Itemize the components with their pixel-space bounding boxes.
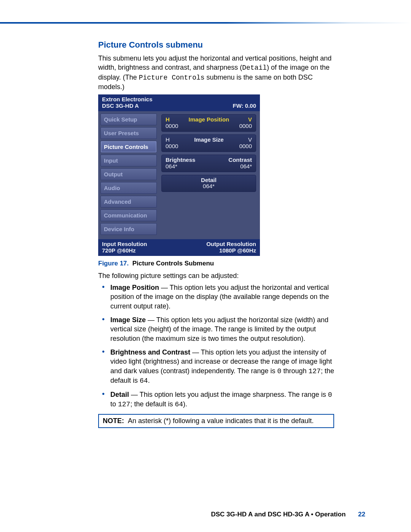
panel-detail[interactable]: Detail 064*: [161, 175, 256, 192]
osd-menu-item[interactable]: Advanced: [100, 196, 157, 208]
intro-mono-1: Detail: [242, 64, 267, 72]
list-item: Brightness and Contrast — This option le…: [98, 348, 334, 385]
list-item: Detail — This option lets you adjust the…: [98, 390, 334, 409]
output-res-val: 1080P @60Hz: [206, 247, 256, 254]
panel-brightness-contrast[interactable]: Brightness Contrast 064* 064*: [161, 155, 256, 172]
following-text: The following picture settings can be ad…: [98, 272, 334, 280]
osd-screenshot: Extron Electronics DSC 3G-HD A FW: 0.00 …: [98, 94, 260, 256]
osd-menu-item[interactable]: Picture Controls: [100, 141, 157, 153]
input-res-label: Input Resolution: [102, 241, 147, 247]
section-heading: Picture Controls submenu: [98, 40, 334, 50]
brightness-val: 064*: [166, 163, 177, 169]
list-item: Image Position — This option lets you ad…: [98, 283, 334, 311]
settings-list: Image Position — This option lets you ad…: [98, 283, 334, 409]
figure-number: Figure 17.: [98, 260, 129, 267]
imgpos-v-val: 0000: [239, 123, 252, 129]
figure-title: Picture Controls Submenu: [132, 260, 214, 267]
osd-main: H Image Position V 0000 0000 H: [159, 111, 260, 239]
contrast-label: Contrast: [228, 157, 252, 163]
panel-image-size[interactable]: H Image Size V 0000 0000: [161, 134, 256, 152]
osd-menu-item[interactable]: Audio: [100, 182, 157, 194]
osd-menu-item[interactable]: Quick Setup: [100, 113, 157, 125]
detail-title: Detail: [166, 177, 252, 183]
brightness-label: Brightness: [166, 157, 195, 163]
intro-paragraph: This submenu lets you adjust the horizon…: [98, 54, 334, 91]
imgsize-v-val: 0000: [239, 143, 252, 149]
imgsize-v-label: V: [248, 136, 252, 143]
figure-caption: Figure 17. Picture Controls Submenu: [98, 260, 334, 267]
list-item: Image Size — This option lets you adjust…: [98, 315, 334, 343]
content: Picture Controls submenu This submenu le…: [98, 40, 334, 428]
note-box: NOTE: An asterisk (*) following a value …: [98, 414, 334, 428]
note-label: NOTE:: [103, 417, 124, 425]
imgpos-v-label: V: [248, 116, 252, 123]
osd-fw: FW: 0.00: [233, 102, 256, 109]
page: Picture Controls submenu This submenu le…: [0, 0, 411, 532]
intro-mono-2: Picture Controls: [139, 74, 205, 81]
osd-menu-item[interactable]: Input: [100, 155, 157, 166]
page-top-rule: [0, 22, 411, 24]
output-res-label: Output Resolution: [206, 241, 256, 247]
imgpos-title: Image Position: [189, 116, 229, 123]
osd-header: Extron Electronics DSC 3G-HD A FW: 0.00: [98, 94, 260, 111]
osd-menu-item[interactable]: Device Info: [100, 223, 157, 235]
footer-text: DSC 3G-HD A and DSC HD-3G A • Operation: [211, 511, 346, 518]
note-text: An asterisk (*) following a value indica…: [128, 417, 314, 425]
osd-brand: Extron Electronics: [102, 96, 256, 102]
osd-menu-item[interactable]: User Presets: [100, 127, 157, 139]
detail-val: 064*: [166, 183, 252, 189]
osd-menu-item[interactable]: Output: [100, 168, 157, 180]
osd-menu-item[interactable]: Communication: [100, 209, 157, 221]
osd-sidebar: Quick SetupUser PresetsPicture ControlsI…: [98, 111, 159, 239]
imgpos-h-val: 0000: [166, 123, 178, 129]
panel-image-position[interactable]: H Image Position V 0000 0000: [161, 114, 256, 132]
osd-model: DSC 3G-HD A: [102, 102, 139, 109]
contrast-val: 064*: [240, 163, 252, 169]
page-footer: DSC 3G-HD A and DSC HD-3G A • Operation …: [211, 511, 365, 518]
imgsize-title: Image Size: [194, 136, 224, 143]
imgsize-h-val: 0000: [166, 143, 178, 149]
imgpos-h-label: H: [166, 116, 170, 123]
osd-body: Quick SetupUser PresetsPicture ControlsI…: [98, 111, 260, 239]
osd-footer: Input Resolution 720P @60Hz Output Resol…: [98, 239, 260, 256]
input-res-val: 720P @60Hz: [102, 247, 147, 254]
footer-page-number: 22: [358, 511, 365, 518]
imgsize-h-label: H: [166, 136, 170, 143]
